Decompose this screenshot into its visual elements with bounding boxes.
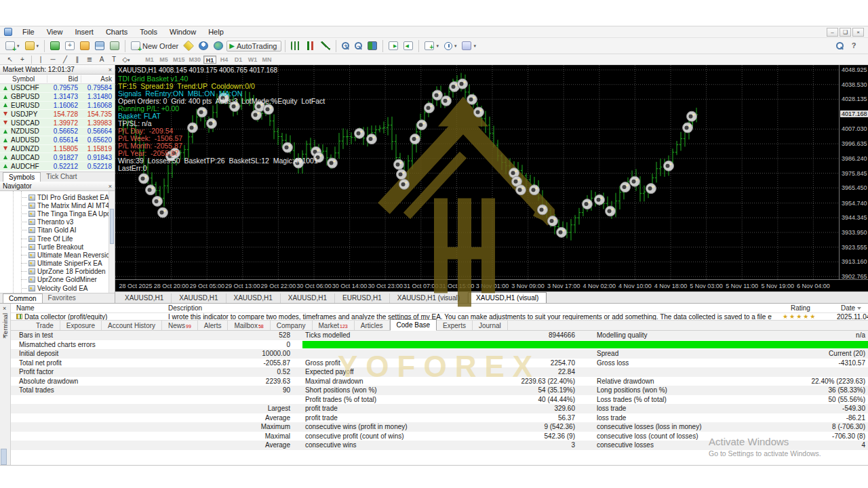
terminal-tab-exposure[interactable]: Exposure [60, 321, 102, 330]
web-button[interactable] [212, 40, 225, 52]
autotrading-button[interactable]: ▶AutoTrading [226, 41, 281, 52]
menu-view[interactable]: View [41, 26, 69, 37]
terminal-tab-mailbox[interactable]: Mailbox58 [228, 321, 270, 330]
terminal-tab-market[interactable]: Market123 [313, 321, 355, 330]
vertical-line-tool[interactable]: | [35, 55, 46, 64]
tab-symbols[interactable]: Symbols [3, 172, 41, 182]
scrollbar-thumb[interactable] [1, 449, 7, 465]
timeframe-m1[interactable]: M1 [143, 56, 156, 64]
timeframe-h1[interactable]: H1 [203, 56, 216, 64]
terminal-tab-journal[interactable]: Journal [473, 321, 508, 330]
terminal-tab-alerts[interactable]: Alerts [198, 321, 229, 330]
tab-favorites[interactable]: Favorites [43, 293, 81, 303]
timeframe-m30[interactable]: M30 [188, 56, 203, 64]
metaeditor-button[interactable] [182, 40, 195, 52]
scrollbar-thumb[interactable] [110, 209, 114, 244]
data-window-toggle[interactable] [63, 40, 77, 52]
help-button[interactable]: ? [847, 40, 861, 52]
menu-tools[interactable]: Tools [134, 26, 163, 37]
zoom-out-button[interactable]: − [353, 41, 364, 51]
close-icon[interactable]: × [852, 28, 864, 37]
templates-button[interactable]: ▾ [460, 40, 478, 52]
terminal-toggle[interactable] [93, 40, 106, 52]
timeframe-h4[interactable]: H4 [218, 56, 231, 64]
candlestick-chart-button[interactable] [304, 40, 317, 52]
minimize-icon[interactable]: – [827, 28, 838, 37]
column-bid[interactable]: Bid [47, 75, 81, 83]
navigator-item[interactable]: TDI Pro Grid Basket EA [0, 193, 115, 201]
column-description[interactable]: Description [168, 304, 202, 312]
fibonacci-tool[interactable]: ≣ [84, 55, 95, 64]
indicators-button[interactable]: ▾ [422, 40, 441, 52]
chart-tab-1[interactable]: XAUUSD,H1 [172, 293, 226, 303]
navigator-item[interactable]: UprZone 18 Forbidden [0, 268, 115, 276]
terminal-tab-news[interactable]: News99 [162, 321, 198, 330]
time-axis[interactable]: 28 Oct 202528 Oct 20:0029 Oct 05:0029 Oc… [115, 279, 868, 291]
timeframe-w1[interactable]: W1 [246, 56, 259, 64]
community-button[interactable] [197, 40, 210, 52]
chart-tab-4[interactable]: EURUSD,H1 [335, 293, 390, 303]
scrollbar[interactable] [108, 191, 115, 293]
price-axis[interactable]: 4017.168 4048.9254038.5304028.1354007.03… [839, 65, 868, 279]
periods-button[interactable]: ▾ [442, 41, 459, 52]
terminal-tab-company[interactable]: Company [271, 321, 313, 330]
navigator-item[interactable]: Titan Gold AI [0, 226, 115, 235]
market-watch-row-audchf[interactable]: AUDCHF0.522120.52218 [0, 162, 115, 171]
zoom-in-button[interactable]: + [340, 41, 351, 51]
timeframe-m5[interactable]: M5 [157, 56, 170, 64]
navigator-item[interactable]: Tree Of Life [0, 235, 115, 243]
timeframe-m15[interactable]: M15 [172, 56, 186, 64]
menu-insert[interactable]: Insert [68, 26, 100, 37]
horizontal-line-tool[interactable]: ─ [47, 55, 58, 64]
column-symbol[interactable]: Symbol [0, 75, 47, 83]
close-icon[interactable]: × [108, 66, 112, 73]
chart-tab-0[interactable]: XAUUSD,H1 [117, 293, 172, 303]
market-watch-row-usdchf[interactable]: USDCHF0.795750.79584 [0, 84, 115, 93]
timeframe-mn[interactable]: MN [260, 56, 273, 64]
crosshair-tool[interactable]: + [17, 55, 28, 64]
tab-common[interactable]: Common [3, 293, 43, 303]
market-watch-row-usdcad[interactable]: USDCAD1.399721.39983 [0, 119, 115, 127]
text-tool[interactable]: A [96, 55, 107, 64]
column-name[interactable]: Name [16, 304, 35, 312]
line-chart-button[interactable] [319, 40, 332, 52]
channel-tool[interactable]: ∥ [72, 55, 83, 64]
terminal-tab-trade[interactable]: Trade [30, 321, 60, 330]
navigator-item[interactable]: Theranto v3 [0, 218, 115, 226]
chart-window[interactable]: XAUUSD,H1 4008.145 4019.175 4006.765 401… [115, 65, 868, 291]
codebase-row[interactable]: Data collector (profit/equity) I wrote t… [11, 313, 868, 320]
auto-scroll-button[interactable] [387, 40, 400, 52]
navigator-item[interactable]: UprZone GoldMiner [0, 276, 115, 284]
strategy-tester-toggle[interactable] [108, 40, 121, 52]
terminal-tab-experts[interactable]: Experts [437, 321, 473, 330]
market-watch-row-audcad[interactable]: AUDCAD0.918270.91843 [0, 153, 115, 162]
close-icon[interactable]: × [3, 305, 6, 312]
bar-chart-button[interactable] [289, 40, 302, 52]
market-watch-row-audusd[interactable]: AUDUSD0.656140.65620 [0, 136, 115, 145]
navigator-item[interactable]: Turtle Breakout [0, 243, 115, 251]
menu-help[interactable]: Help [202, 26, 230, 37]
menu-window[interactable]: Window [163, 26, 202, 37]
terminal-tab-account-history[interactable]: Account History [102, 321, 162, 330]
close-icon[interactable]: × [108, 183, 112, 190]
cursor-tool[interactable]: ↖ [5, 55, 16, 64]
market-watch-row-audnzd[interactable]: AUDNZD1.158051.15819 [0, 145, 115, 154]
search-button[interactable] [834, 40, 846, 52]
terminal-tab-articles[interactable]: Articles [355, 321, 390, 330]
chart-tab-3[interactable]: XAUUSD,H1 [281, 293, 335, 303]
label-tool[interactable]: T [108, 55, 119, 64]
navigator-item[interactable]: Ultimate SniperFx EA [0, 260, 115, 268]
navigator-item[interactable]: The Matrix Mind AI MT4 [0, 201, 115, 209]
navigator-item[interactable]: Velocity Gold EA [0, 284, 115, 292]
shapes-tool[interactable]: ◇▾ [121, 55, 132, 64]
column-date[interactable]: Date [841, 304, 861, 312]
column-rating[interactable]: Rating [791, 304, 810, 312]
navigator-item[interactable]: The Tinga Tinga EA Upda [0, 209, 115, 218]
market-watch-row-gbpusd[interactable]: GBPUSD1.314731.31480 [0, 93, 115, 102]
timeframe-d1[interactable]: D1 [232, 56, 245, 64]
market-watch-row-eurusd[interactable]: EURUSD1.160621.16068 [0, 102, 115, 110]
trendline-tool[interactable]: ╱ [60, 55, 71, 64]
tab-tick-chart[interactable]: Tick Chart [41, 172, 82, 182]
tile-windows-button[interactable] [366, 40, 379, 52]
chart-shift-button[interactable] [401, 40, 415, 52]
